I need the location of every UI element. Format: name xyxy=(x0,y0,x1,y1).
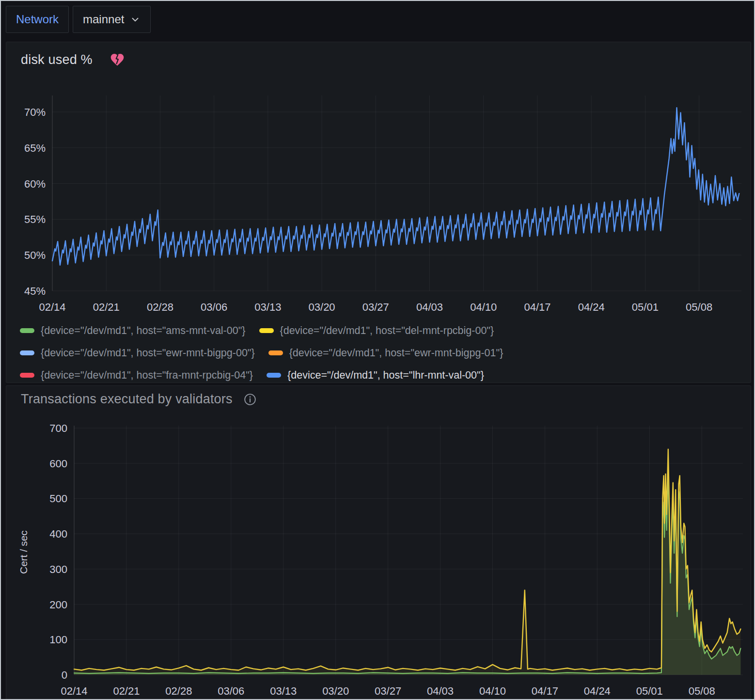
dashboard-variables-bar: Network mainnet xyxy=(6,6,151,33)
svg-text:04/03: 04/03 xyxy=(427,685,454,697)
svg-text:03/27: 03/27 xyxy=(362,301,389,313)
svg-text:200: 200 xyxy=(49,599,67,611)
disk-used-chart[interactable]: 02/1402/2102/2803/0603/1303/2003/2704/03… xyxy=(6,42,752,315)
svg-text:04/24: 04/24 xyxy=(584,685,611,697)
svg-text:600: 600 xyxy=(49,458,67,470)
svg-text:04/10: 04/10 xyxy=(470,301,497,313)
transactions-chart[interactable]: 02/1402/2102/2803/0603/1303/2003/2704/03… xyxy=(6,386,752,700)
svg-text:100: 100 xyxy=(49,634,67,646)
panel-transactions: Transactions executed by validators Cert… xyxy=(6,385,751,700)
svg-text:0: 0 xyxy=(62,669,67,681)
legend-swatch xyxy=(268,350,283,355)
svg-text:03/13: 03/13 xyxy=(254,301,281,313)
svg-text:04/24: 04/24 xyxy=(578,301,605,313)
chart-legend: {device="/dev/md1", host="ams-mnt-val-00… xyxy=(20,319,503,386)
legend-swatch xyxy=(20,350,34,355)
network-value-text: mainnet xyxy=(83,13,124,26)
svg-text:02/28: 02/28 xyxy=(165,685,192,697)
svg-text:05/08: 05/08 xyxy=(689,685,715,697)
svg-text:02/28: 02/28 xyxy=(147,301,173,313)
dashboard: Network mainnet disk used % 02/1402/2102… xyxy=(0,0,755,700)
svg-text:03/13: 03/13 xyxy=(270,685,297,697)
svg-text:05/01: 05/01 xyxy=(636,685,663,697)
svg-text:02/21: 02/21 xyxy=(93,301,120,313)
legend-item-fra-mnt-rpcbig-04[interactable]: {device="/dev/md1", host="fra-mnt-rpcbig… xyxy=(20,369,253,382)
svg-text:03/27: 03/27 xyxy=(375,685,401,697)
svg-text:05/08: 05/08 xyxy=(686,301,712,313)
network-variable-dropdown[interactable]: mainnet xyxy=(73,6,151,33)
svg-text:05/01: 05/01 xyxy=(632,301,659,313)
svg-text:70%: 70% xyxy=(24,106,46,118)
legend-swatch xyxy=(20,373,34,378)
panel-disk-used: disk used % 02/1402/2102/2803/0603/1303/… xyxy=(6,42,751,383)
svg-text:500: 500 xyxy=(49,493,67,505)
svg-text:04/17: 04/17 xyxy=(532,685,558,697)
svg-text:02/14: 02/14 xyxy=(39,301,65,313)
legend-swatch xyxy=(259,328,274,333)
svg-text:04/17: 04/17 xyxy=(524,301,551,313)
legend-item-ewr-mnt-bigpg-01[interactable]: {device="/dev/md1", host="ewr-mnt-bigpg-… xyxy=(268,347,503,359)
legend-swatch xyxy=(267,373,281,378)
svg-text:02/14: 02/14 xyxy=(61,685,87,697)
svg-text:45%: 45% xyxy=(24,285,46,297)
svg-text:65%: 65% xyxy=(24,142,46,154)
svg-text:55%: 55% xyxy=(24,213,46,225)
chevron-down-icon xyxy=(130,14,141,25)
svg-text:03/20: 03/20 xyxy=(309,301,335,313)
legend-item-del-mnt-rpcbig-00[interactable]: {device="/dev/md1", host="del-mnt-rpcbig… xyxy=(259,325,494,337)
svg-text:03/20: 03/20 xyxy=(322,685,349,697)
svg-text:60%: 60% xyxy=(24,178,46,190)
svg-text:300: 300 xyxy=(49,563,67,575)
svg-text:04/03: 04/03 xyxy=(416,301,443,313)
svg-text:02/21: 02/21 xyxy=(113,685,140,697)
svg-text:04/10: 04/10 xyxy=(479,685,506,697)
svg-text:03/06: 03/06 xyxy=(201,301,227,313)
svg-text:03/06: 03/06 xyxy=(218,685,244,697)
svg-text:700: 700 xyxy=(49,422,67,434)
svg-text:50%: 50% xyxy=(24,249,46,261)
network-variable-label: Network xyxy=(6,6,69,33)
legend-item-ewr-mnt-bigpg-00[interactable]: {device="/dev/md1", host="ewr-mnt-bigpg-… xyxy=(20,347,255,359)
legend-swatch xyxy=(20,328,34,333)
legend-item-lhr-mnt-val-00[interactable]: {device="/dev/md1", host="lhr-mnt-val-00… xyxy=(267,369,484,382)
legend-item-ams-mnt-val-00[interactable]: {device="/dev/md1", host="ams-mnt-val-00… xyxy=(20,325,246,337)
svg-text:400: 400 xyxy=(49,528,67,540)
network-label-text: Network xyxy=(16,13,59,26)
